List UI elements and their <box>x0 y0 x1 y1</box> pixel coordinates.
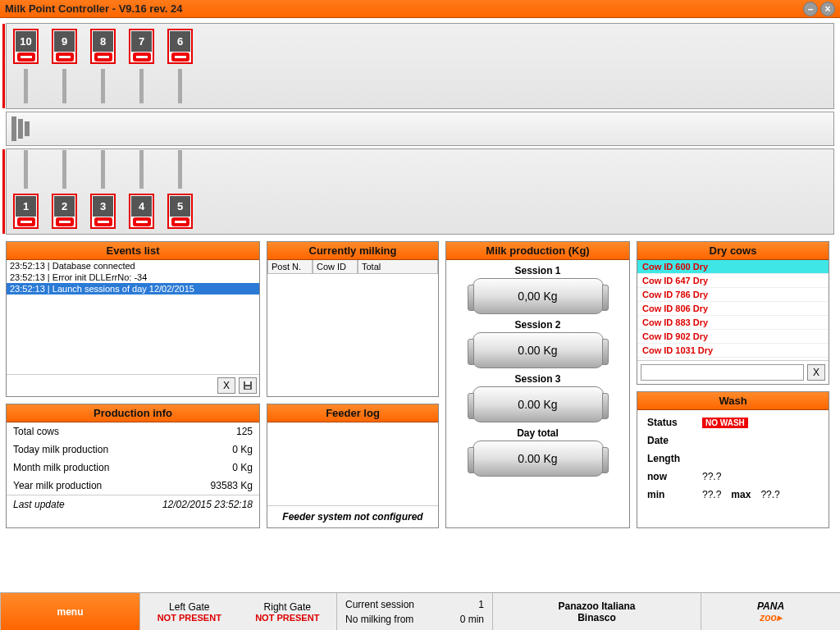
left-gate-status: NOT PRESENT <box>158 613 221 623</box>
prodinfo-table: Total cows125Today milk production0 KgMo… <box>7 422 259 495</box>
post-2[interactable]: 2 <box>52 194 77 229</box>
last-update-value: 12/02/2015 23:52:18 <box>162 499 253 510</box>
wash-min-label: min <box>647 489 692 500</box>
session-label: Session 1 <box>446 265 629 276</box>
post-5[interactable]: 5 <box>167 194 193 229</box>
session-label: Session 3 <box>446 373 629 385</box>
wash-max-value: ??.? <box>760 489 779 500</box>
events-row[interactable]: 23:52:13 | Error init DLLErrNo: -34 <box>7 272 259 283</box>
company-name: Panazoo Italiana <box>558 600 635 612</box>
post-9[interactable]: 9 <box>52 29 77 64</box>
middle-indicator-bar <box>6 112 834 146</box>
milk-production-panel: Milk production (Kg) Session 10,00 KgSes… <box>445 241 630 528</box>
dry-cow-row[interactable]: Cow ID 806 Dry <box>637 302 829 316</box>
footer: menu Left GateNOT PRESENT Right GateNOT … <box>0 592 840 630</box>
post-3[interactable]: 3 <box>90 194 116 229</box>
dry-cow-row[interactable]: Cow ID 647 Dry <box>637 274 829 288</box>
wash-status-value: NO WASH <box>702 418 748 428</box>
menu-button[interactable]: menu <box>0 593 139 630</box>
dry-cow-row[interactable]: Cow ID 600 Dry <box>637 260 829 274</box>
dry-cow-row[interactable]: Cow ID 902 Dry <box>637 330 829 344</box>
right-gate-label: Right Gate <box>264 601 311 613</box>
col-post: Post N. <box>267 260 313 274</box>
post-4[interactable]: 4 <box>129 194 154 229</box>
prodinfo-label: Month milk production <box>7 459 175 477</box>
gates-status: Left GateNOT PRESENT Right GateNOT PRESE… <box>139 593 336 630</box>
close-button[interactable]: × <box>820 2 835 16</box>
prodinfo-value: 93583 Kg <box>175 477 259 495</box>
post-10[interactable]: 10 <box>13 29 39 64</box>
dry-cow-row[interactable]: Cow ID 1031 Dry <box>637 344 829 358</box>
wash-date-label: Date <box>647 435 692 446</box>
feeder-log-panel: Feeder log Feeder system not configured <box>267 404 439 528</box>
wash-title: Wash <box>637 392 829 410</box>
dry-cow-row[interactable]: Cow ID 786 Dry <box>637 288 829 302</box>
post-6[interactable]: 6 <box>167 29 193 64</box>
left-gate-label: Left Gate <box>169 601 209 613</box>
post-7[interactable]: 7 <box>129 29 154 64</box>
wash-now-value: ??.? <box>702 471 721 482</box>
col-total: Total <box>358 260 438 274</box>
events-title: Events list <box>7 242 259 260</box>
dry-cows-list[interactable]: Cow ID 600 DryCow ID 647 DryCow ID 786 D… <box>637 260 829 360</box>
stop-icon <box>171 217 189 226</box>
events-row[interactable]: 23:52:13 | Launch sessions of day 12/02/… <box>7 283 259 294</box>
nomilk-value: 0 min <box>460 614 484 625</box>
minimize-button[interactable]: – <box>803 2 818 16</box>
stop-icon <box>17 217 35 226</box>
wash-now-label: now <box>647 471 692 482</box>
drycows-title: Dry cows <box>637 242 829 260</box>
currently-milking-panel: Currently milking Post N. Cow ID Total <box>267 241 439 397</box>
events-panel: Events list 23:52:13 | Database connecte… <box>6 241 260 397</box>
titlebar: Milk Point Controller - V9.16 rev. 24 – … <box>0 0 840 18</box>
dry-cows-clear-button[interactable]: X <box>807 364 825 381</box>
post-8[interactable]: 8 <box>90 29 116 64</box>
prodinfo-value: 125 <box>175 422 259 441</box>
session-status: Current session1 No milking from0 min <box>336 593 492 630</box>
curr-sess-value: 1 <box>460 599 484 610</box>
svg-rect-2 <box>245 386 250 389</box>
wash-status-label: Status <box>647 417 692 428</box>
dry-cows-filter-input[interactable] <box>641 364 804 381</box>
prodinfo-label: Today milk production <box>7 441 175 459</box>
prodinfo-label: Year milk production <box>7 477 175 495</box>
nomilk-label: No milking from <box>345 614 460 625</box>
top-bay-strip: 109876 <box>6 23 834 109</box>
events-save-button[interactable] <box>239 377 257 394</box>
stop-icon <box>56 217 74 226</box>
bottom-bay-strip: 12345 <box>6 148 834 235</box>
stop-icon <box>94 52 112 62</box>
stop-icon <box>133 217 151 226</box>
app-title: Milk Point Controller - V9.16 rev. 24 <box>5 2 183 15</box>
stop-icon <box>17 52 35 62</box>
wash-max-label: max <box>731 489 751 500</box>
events-row[interactable]: 23:52:13 | Database connected <box>7 260 259 272</box>
session-label: Day total <box>446 427 629 439</box>
events-clear-button[interactable]: X <box>217 377 235 394</box>
svg-rect-1 <box>245 381 250 385</box>
stop-icon <box>94 217 112 226</box>
production-info-panel: Production info Total cows125Today milk … <box>6 404 260 528</box>
feeder-title: Feeder log <box>267 404 438 422</box>
prodinfo-label: Total cows <box>7 422 175 441</box>
company-info: Panazoo Italiana Binasco <box>492 593 701 630</box>
milk-tank: 0,00 Kg <box>472 278 604 314</box>
last-update-label: Last update <box>13 499 65 510</box>
post-1[interactable]: 1 <box>13 194 39 229</box>
stop-icon <box>56 52 74 62</box>
dry-cow-row[interactable]: Cow ID 883 Dry <box>637 316 829 330</box>
wash-panel: Wash StatusNO WASH Date Length now??.? m… <box>637 391 829 528</box>
curr-sess-label: Current session <box>345 599 460 610</box>
prodinfo-value: 0 Kg <box>175 459 259 477</box>
prodinfo-value: 0 Kg <box>175 441 259 459</box>
stop-icon <box>133 52 151 62</box>
milk-tank: 0.00 Kg <box>472 441 604 477</box>
session-label: Session 2 <box>446 319 629 331</box>
feeder-empty-msg: Feeder system not configured <box>267 505 438 527</box>
brand-logo: PANAzoo▸ <box>701 593 840 630</box>
stop-icon <box>171 52 189 62</box>
wash-min-value: ??.? <box>702 489 721 500</box>
milkprod-title: Milk production (Kg) <box>446 242 629 260</box>
currmilk-title: Currently milking <box>267 242 438 260</box>
events-list[interactable]: 23:52:13 | Database connected23:52:13 | … <box>7 260 259 374</box>
